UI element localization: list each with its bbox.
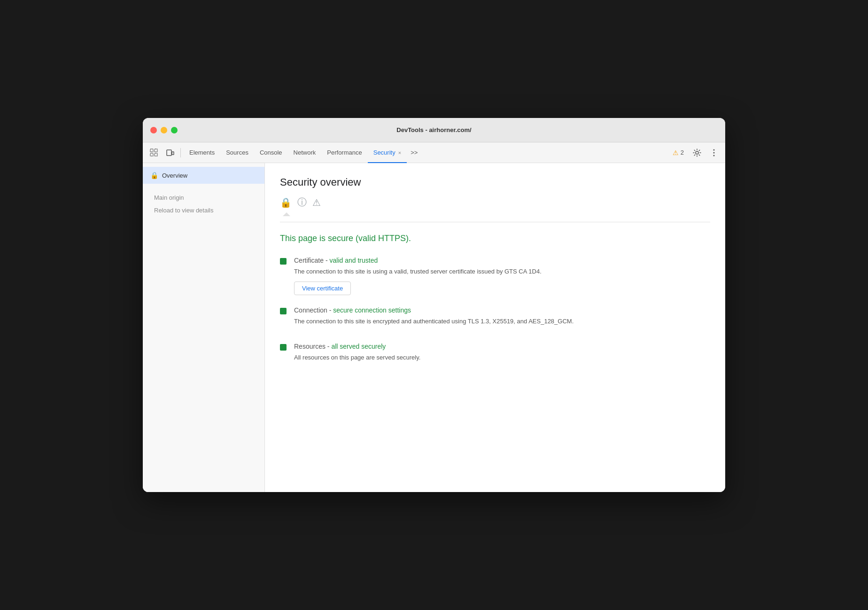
warning-badge[interactable]: ⚠ 2 <box>669 147 688 158</box>
certificate-separator: - <box>324 257 329 264</box>
resources-status: all served securely <box>331 343 386 350</box>
resources-label: Resources <box>294 343 326 350</box>
resources-content: Resources - all served securely All reso… <box>294 343 710 368</box>
divider <box>280 222 710 222</box>
resources-section: Resources - all served securely All reso… <box>280 343 710 368</box>
tabs-container: Elements Sources Console Network Perform… <box>184 142 668 163</box>
svg-rect-0 <box>150 149 153 152</box>
resources-description: All resources on this page are served se… <box>294 353 710 363</box>
devtools-window: DevTools - airhorner.com/ Elements Sourc <box>143 118 725 492</box>
toolbar-right: ⚠ 2 <box>669 145 721 160</box>
window-title: DevTools - airhorner.com/ <box>396 126 471 133</box>
svg-point-7 <box>713 149 715 150</box>
warning-triangle-icon[interactable]: ⚠ <box>312 197 321 208</box>
tab-elements[interactable]: Elements <box>184 142 220 163</box>
page-title: Security overview <box>280 176 710 188</box>
connection-section: Connection - secure connection settings … <box>280 306 710 331</box>
main-origin-label: Main origin <box>154 194 184 201</box>
view-certificate-button[interactable]: View certificate <box>294 282 351 295</box>
connection-title: Connection - secure connection settings <box>294 306 710 314</box>
secure-message: This page is secure (valid HTTPS). <box>280 234 710 243</box>
overview-label: Overview <box>162 172 187 179</box>
element-picker-icon[interactable] <box>147 145 162 160</box>
tab-sources[interactable]: Sources <box>220 142 254 163</box>
connection-status: secure connection settings <box>333 306 411 314</box>
sidebar-item-main-origin[interactable]: Main origin <box>143 191 264 204</box>
connection-status-indicator <box>280 308 287 314</box>
sidebar-item-overview[interactable]: 🔒 Overview <box>143 167 264 184</box>
reload-label: Reload to view details <box>154 207 213 214</box>
warning-icon: ⚠ <box>673 149 679 156</box>
settings-icon[interactable] <box>690 145 705 160</box>
more-tabs-button[interactable]: >> <box>407 149 421 156</box>
certificate-content: Certificate - valid and trusted The conn… <box>294 257 710 295</box>
tab-performance[interactable]: Performance <box>321 142 367 163</box>
maximize-button[interactable] <box>171 127 178 133</box>
connection-description: The connection to this site is encrypted… <box>294 317 710 327</box>
tab-close-icon[interactable]: × <box>398 150 401 156</box>
connection-label: Connection <box>294 306 327 314</box>
secure-lock-icon[interactable]: 🔒 <box>280 197 292 208</box>
resources-title: Resources - all served securely <box>294 343 710 350</box>
svg-point-8 <box>713 152 715 153</box>
security-content: Security overview 🔒 ⓘ ⚠ This page is sec… <box>265 163 725 492</box>
certificate-status-indicator <box>280 258 287 265</box>
certificate-status: valid and trusted <box>329 257 378 264</box>
svg-rect-3 <box>155 153 157 156</box>
minimize-button[interactable] <box>161 127 167 133</box>
certificate-section: Certificate - valid and trusted The conn… <box>280 257 710 295</box>
tab-network[interactable]: Network <box>288 142 322 163</box>
traffic-lights <box>150 127 178 133</box>
sidebar: 🔒 Overview Main origin Reload to view de… <box>143 163 265 492</box>
toolbar: Elements Sources Console Network Perform… <box>143 142 725 163</box>
security-icons-row: 🔒 ⓘ ⚠ <box>280 196 710 209</box>
main-content: 🔒 Overview Main origin Reload to view de… <box>143 163 725 492</box>
svg-rect-1 <box>155 149 157 152</box>
titlebar: DevTools - airhorner.com/ <box>143 118 725 142</box>
sidebar-item-reload[interactable]: Reload to view details <box>143 204 264 217</box>
close-button[interactable] <box>150 127 157 133</box>
toolbar-separator <box>180 148 181 157</box>
connection-separator: - <box>327 306 333 314</box>
certificate-title: Certificate - valid and trusted <box>294 257 710 264</box>
tab-console[interactable]: Console <box>254 142 288 163</box>
tab-security[interactable]: Security × <box>368 142 407 163</box>
svg-point-6 <box>696 151 698 154</box>
resources-separator: - <box>326 343 331 350</box>
info-icon[interactable]: ⓘ <box>297 196 307 209</box>
svg-rect-2 <box>150 153 153 156</box>
certificate-label: Certificate <box>294 257 324 264</box>
resources-status-indicator <box>280 344 287 351</box>
connection-content: Connection - secure connection settings … <box>294 306 710 331</box>
more-options-icon[interactable] <box>706 145 721 160</box>
svg-rect-4 <box>167 150 171 156</box>
certificate-description: The connection to this site is using a v… <box>294 267 710 277</box>
lock-icon: 🔒 <box>150 172 158 179</box>
svg-point-9 <box>713 155 715 156</box>
device-toggle-icon[interactable] <box>163 145 178 160</box>
warning-count: 2 <box>681 149 684 156</box>
svg-rect-5 <box>172 152 174 155</box>
